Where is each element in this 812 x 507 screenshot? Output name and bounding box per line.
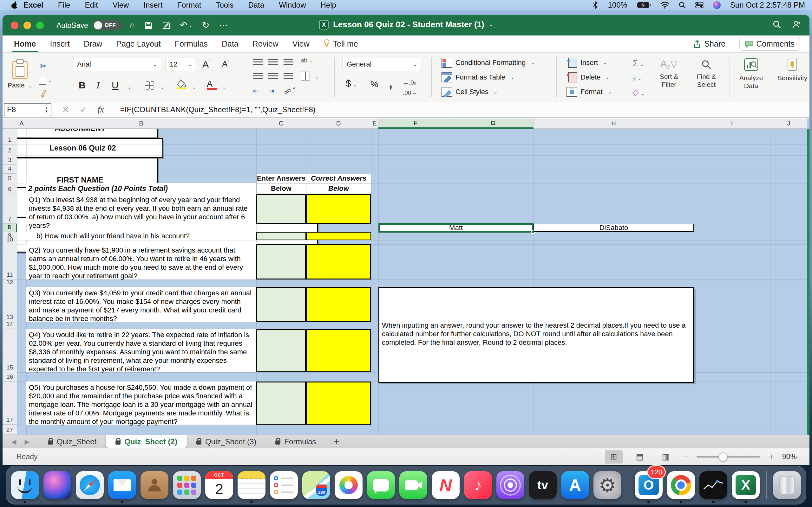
safari-icon[interactable]: [76, 471, 104, 499]
format-cells-button[interactable]: Format⌄: [566, 87, 612, 97]
conditional-formatting-button[interactable]: Conditional Formatting⌄: [442, 58, 535, 68]
row-header-10[interactable]: 10: [3, 240, 17, 244]
name-box-spinner[interactable]: ▲▼: [45, 107, 48, 113]
vertical-scrollbar[interactable]: [807, 129, 809, 435]
cell-d15-correct-answer-q4[interactable]: [306, 329, 371, 372]
row-header-6[interactable]: 6: [3, 183, 17, 194]
align-top-icon[interactable]: [253, 59, 263, 65]
ribbon-tab-review[interactable]: Review: [246, 36, 286, 52]
cell-c15-enter-answer-q4[interactable]: [256, 329, 306, 372]
page-layout-view-button[interactable]: ▤: [631, 450, 649, 464]
menu-item-view[interactable]: View: [113, 1, 129, 9]
dock-item-contacts[interactable]: [140, 468, 169, 503]
align-right-icon[interactable]: [284, 73, 293, 79]
autosave-toggle[interactable]: OFF: [93, 20, 122, 31]
ribbon-tab-insert[interactable]: Insert: [43, 36, 77, 52]
dock-item-facetime[interactable]: [399, 468, 428, 503]
format-painter-icon[interactable]: 🖉: [39, 89, 49, 100]
cell-c9-enter-answer-q1b[interactable]: [256, 232, 306, 240]
menu-item-data[interactable]: Data: [248, 1, 264, 9]
cell-d17-correct-answer-q5[interactable]: [306, 382, 371, 425]
dock-item-trash[interactable]: [772, 468, 802, 503]
sensitivity-button[interactable]: Sensitivity: [776, 58, 808, 82]
undo-button[interactable]: ↶⌄: [180, 19, 193, 32]
siri-icon[interactable]: [44, 471, 71, 499]
dock-item-settings[interactable]: ⚙: [593, 468, 622, 503]
increase-font-button[interactable]: Aˆ: [202, 59, 210, 70]
appstore-icon[interactable]: A: [561, 471, 589, 499]
dock-item-outlook[interactable]: O120: [634, 468, 663, 503]
align-center-icon[interactable]: [268, 73, 278, 79]
dock-item-finder[interactable]: [10, 468, 40, 503]
copy-icon[interactable]: ⌄: [39, 77, 52, 85]
format-as-table-button[interactable]: Format as Table⌄: [442, 72, 514, 82]
zoom-in-button[interactable]: +: [768, 452, 774, 462]
row-header-7[interactable]: 7: [3, 194, 17, 224]
zoom-slider-knob[interactable]: [719, 452, 728, 461]
align-middle-icon[interactable]: [268, 59, 278, 65]
siri-icon[interactable]: [713, 1, 721, 9]
zoom-window-button[interactable]: [36, 21, 44, 29]
settings-icon[interactable]: ⚙: [594, 471, 621, 499]
autosave-control[interactable]: AutoSave OFF: [56, 20, 122, 31]
dock-item-news[interactable]: N: [431, 468, 460, 503]
messages-icon[interactable]: [367, 471, 395, 499]
orientation-icon[interactable]: ab⌄: [283, 83, 297, 96]
dock-item-messages[interactable]: [366, 468, 396, 503]
font-color-icon[interactable]: A: [207, 79, 217, 90]
row-header-27[interactable]: 27: [3, 425, 17, 435]
row-header-11[interactable]: 11: [3, 244, 17, 279]
increase-decimal-icon[interactable]: ←.00: [403, 79, 416, 86]
wifi-icon[interactable]: [660, 2, 669, 9]
selected-cell-f8-first-name[interactable]: Matt: [378, 223, 534, 233]
dock-item-tv[interactable]: tv: [528, 468, 557, 503]
column-header-f[interactable]: F: [378, 118, 453, 129]
sheet-tab-quiz_sheet3[interactable]: Quiz_Sheet (3): [187, 435, 266, 448]
dock-item-mail[interactable]: [107, 468, 137, 503]
cell-c7-enter-answer-q1[interactable]: [256, 194, 306, 224]
redo-button[interactable]: ↻: [202, 19, 209, 32]
menu-item-insert[interactable]: Insert: [143, 1, 162, 9]
row-header-2[interactable]: 2: [3, 145, 17, 155]
cell-b11-question2[interactable]: Q2) You currently have $1,900 in a retir…: [26, 244, 256, 279]
fill-down-icon[interactable]: ⤓⌄: [632, 73, 642, 82]
dock-item-reminders[interactable]: [269, 468, 299, 503]
merge-chevron[interactable]: ⌄: [315, 74, 319, 80]
currency-icon[interactable]: $⌄: [346, 78, 357, 89]
cell-b13-question3[interactable]: Q3) You currently owe $4,059 to your cre…: [26, 287, 256, 322]
home-button[interactable]: ⌂: [130, 19, 135, 32]
dock-item-safari[interactable]: [75, 468, 104, 503]
sheet-tab-quiz_sheet2[interactable]: Quiz_Sheet (2): [106, 435, 187, 448]
row-header-5[interactable]: 5: [3, 174, 17, 183]
dock-item-calendar[interactable]: OCT2: [205, 468, 234, 503]
row-header-8[interactable]: 8: [3, 224, 17, 232]
ribbon-tab-data[interactable]: Data: [215, 36, 246, 52]
paste-button[interactable]: Paste ⌄: [8, 59, 32, 90]
percent-icon[interactable]: %: [370, 79, 378, 89]
spotlight-search-icon[interactable]: [679, 2, 686, 9]
cell-c6-below[interactable]: Below: [256, 183, 306, 194]
launchpad-icon[interactable]: [173, 471, 201, 499]
cut-icon[interactable]: ✂: [40, 61, 47, 71]
cell-c11-enter-answer-q2[interactable]: [256, 244, 306, 279]
cell-c5-enter-answers[interactable]: Enter Answers: [256, 174, 306, 183]
battery-icon[interactable]: [637, 2, 651, 9]
zoom-slider[interactable]: [697, 456, 760, 458]
apple-menu-icon[interactable]: [11, 2, 18, 9]
menu-item-format[interactable]: Format: [177, 1, 201, 9]
delete-cells-button[interactable]: Delete⌄: [566, 72, 610, 82]
analyze-data-button[interactable]: Analyze Data: [734, 58, 768, 90]
spreadsheet-grid[interactable]: ABCDEFGHIJ 123456789101112131415161727 E…: [3, 118, 809, 435]
ribbon-tab-page-layout[interactable]: Page Layout: [109, 36, 167, 52]
row-header-3[interactable]: 3: [3, 155, 17, 165]
decrease-indent-icon[interactable]: ⇤: [253, 87, 259, 95]
close-window-button[interactable]: [11, 21, 18, 29]
tv-icon[interactable]: tv: [529, 471, 557, 499]
ribbon-tab-view[interactable]: View: [286, 36, 316, 52]
cell-b7-question1[interactable]: Q1) You invest $4,938 at the beginning o…: [26, 194, 256, 224]
cell-styles-button[interactable]: Cell Styles⌄: [442, 87, 498, 97]
page-break-view-button[interactable]: ▥: [657, 450, 675, 464]
photos-icon[interactable]: [335, 471, 362, 499]
zoom-out-button[interactable]: −: [683, 452, 689, 462]
row-header-12[interactable]: 12: [3, 279, 17, 287]
